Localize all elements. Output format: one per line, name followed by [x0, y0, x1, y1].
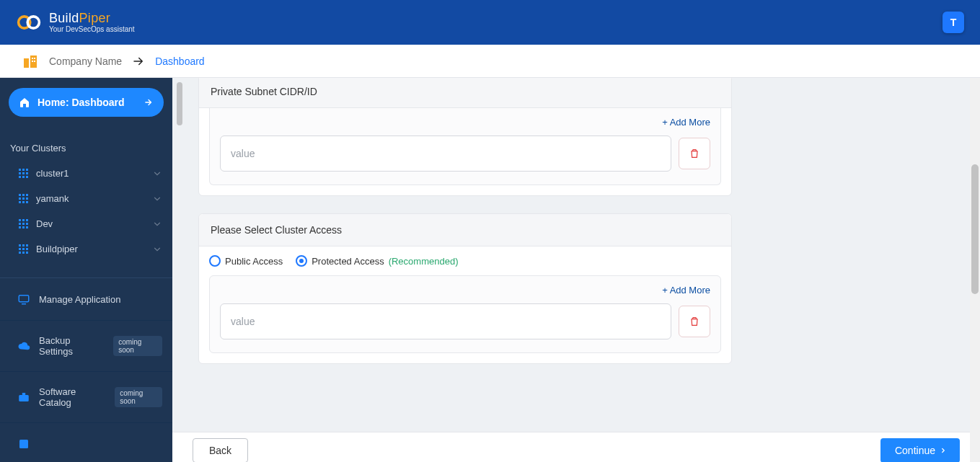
sidebar-backup-settings[interactable]: Backup Settings coming soon [0, 321, 172, 372]
coming-soon-badge: coming soon [115, 387, 162, 407]
brand-name: BuildPiper [49, 12, 135, 26]
cluster-label: cluster1 [36, 168, 69, 179]
arrow-right-icon [132, 55, 145, 68]
chevron-down-icon [152, 194, 162, 204]
software-catalog-label: Software Catalog [39, 386, 105, 408]
svg-rect-8 [19, 296, 29, 302]
monitor-icon [17, 293, 30, 306]
svg-rect-11 [19, 440, 28, 448]
sidebar-cluster-item[interactable]: yamank [0, 186, 172, 211]
svg-rect-7 [34, 61, 35, 62]
subnet-value-input[interactable] [220, 136, 671, 172]
home-label: Home: Dashboard [37, 97, 125, 108]
chevron-down-icon [152, 169, 162, 179]
cluster-label: Buildpiper [36, 244, 78, 254]
svg-rect-5 [34, 58, 35, 59]
arrow-right-icon [144, 97, 154, 107]
chevron-right-icon [940, 447, 947, 454]
cluster-access-title: Please Select Cluster Access [199, 214, 731, 246]
breadcrumb-bar: Company Name Dashboard [0, 45, 980, 78]
sidebar-manage-application[interactable]: Manage Application [0, 278, 172, 321]
brand-logo-icon [16, 12, 42, 32]
clusters-section-title: Your Clusters [0, 124, 172, 161]
cluster-grid-icon [19, 194, 29, 204]
backup-settings-label: Backup Settings [39, 335, 103, 357]
chevron-down-icon [152, 244, 162, 254]
main-area: Private Subnet CIDR/ID Add More Please S… [172, 78, 980, 462]
trash-icon [689, 147, 700, 160]
add-more-subnet[interactable]: Add More [662, 117, 710, 128]
access-value-input[interactable] [220, 303, 671, 339]
sidebar-cluster-item[interactable]: Dev [0, 211, 172, 236]
cluster-label: yamank [36, 193, 69, 204]
generic-icon [17, 437, 30, 450]
delete-subnet-button[interactable] [679, 138, 710, 169]
radio-public-label: Public Access [225, 256, 283, 267]
scroll-hint-left [177, 82, 182, 125]
chevron-down-icon [152, 219, 162, 229]
cloud-icon [17, 339, 30, 352]
svg-rect-10 [22, 393, 26, 395]
add-more-access[interactable]: Add More [662, 285, 710, 296]
radio-circle-icon [209, 255, 221, 267]
sidebar-item-truncated[interactable] [0, 423, 172, 450]
trash-icon [689, 315, 700, 328]
sidebar: Home: Dashboard Your Clusters cluster1 y… [0, 78, 172, 462]
cluster-label: Dev [36, 218, 53, 229]
svg-rect-3 [30, 55, 37, 68]
radio-public-access[interactable]: Public Access [209, 255, 283, 267]
cluster-grid-icon [19, 219, 29, 229]
recommended-hint: (Recommended) [389, 256, 459, 267]
org-building-icon [22, 53, 39, 70]
sidebar-cluster-item[interactable]: cluster1 [0, 161, 172, 186]
brand-tagline: Your DevSecOps assistant [49, 25, 135, 33]
brand-block: BuildPiper Your DevSecOps assistant [16, 12, 135, 34]
manage-application-label: Manage Application [39, 294, 120, 305]
back-button[interactable]: Back [193, 438, 248, 462]
cluster-grid-icon [19, 244, 29, 254]
radio-circle-icon [296, 255, 307, 267]
subnet-card: Private Subnet CIDR/ID Add More [198, 78, 732, 196]
briefcase-icon [17, 391, 30, 404]
coming-soon-badge: coming soon [113, 336, 162, 356]
cluster-grid-icon [19, 169, 29, 179]
sidebar-cluster-item[interactable]: Buildpiper [0, 236, 172, 262]
svg-rect-6 [32, 61, 33, 62]
breadcrumb-company: Company Name [49, 55, 122, 67]
radio-protected-label: Protected Access [312, 256, 384, 267]
app-top-bar: BuildPiper Your DevSecOps assistant T [0, 0, 980, 45]
breadcrumb-dashboard-link[interactable]: Dashboard [155, 55, 205, 67]
page-scrollbar[interactable] [970, 78, 980, 462]
sidebar-software-catalog[interactable]: Software Catalog coming soon [0, 372, 172, 423]
continue-label: Continue [895, 445, 935, 456]
continue-button[interactable]: Continue [880, 438, 960, 462]
svg-rect-4 [32, 58, 33, 59]
radio-protected-access[interactable]: Protected Access (Recommended) [296, 255, 458, 267]
delete-access-button[interactable] [679, 306, 710, 337]
home-icon [19, 97, 30, 108]
svg-rect-9 [19, 395, 29, 401]
svg-rect-2 [24, 58, 29, 68]
cluster-access-card: Please Select Cluster Access Public Acce… [198, 213, 732, 364]
form-footer: Back Continue [172, 432, 980, 462]
user-avatar[interactable]: T [943, 12, 964, 33]
subnet-card-title: Private Subnet CIDR/ID [199, 78, 731, 108]
home-dashboard-button[interactable]: Home: Dashboard [9, 88, 164, 117]
